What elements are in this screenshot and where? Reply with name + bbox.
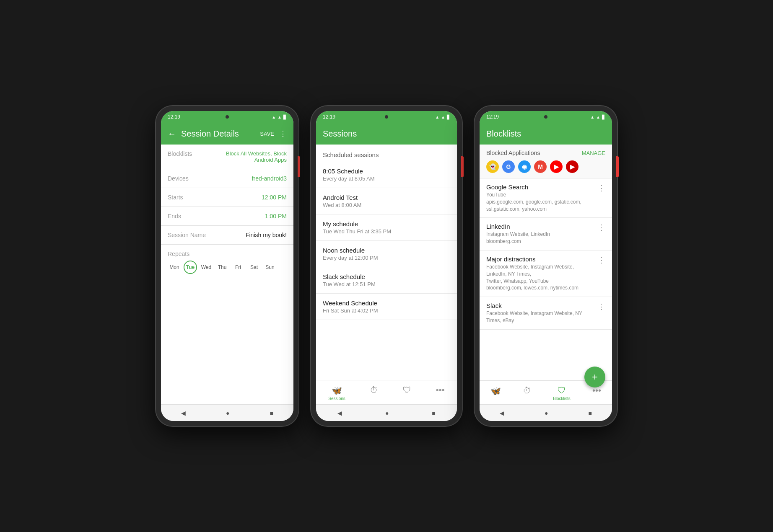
session-time-2: Wed at 8:00 AM: [323, 202, 450, 208]
back-button[interactable]: ←: [168, 129, 176, 139]
android-home[interactable]: ●: [226, 410, 229, 416]
devices-label: Devices: [168, 175, 214, 182]
blocklist-google[interactable]: Google Search YouTubeapis.google.com, go…: [480, 178, 612, 218]
session-time-3: Tue Wed Thu Fri at 3:35 PM: [323, 228, 450, 235]
android-recents[interactable]: ■: [270, 410, 273, 416]
android-back[interactable]: ◀: [181, 410, 186, 416]
android-back-2[interactable]: ◀: [337, 410, 342, 416]
starts-value[interactable]: 12:00 PM: [214, 194, 287, 201]
wifi-icon: ▲: [272, 115, 276, 119]
fab-add-button[interactable]: +: [584, 367, 605, 387]
ends-value[interactable]: 1:00 PM: [214, 213, 287, 220]
camera-dot-2: [385, 115, 388, 119]
phone-sessions: 12:19 ▲ ▲ ▊ Sessions Scheduled sessions …: [311, 106, 462, 426]
blocklists-value[interactable]: Block All Websites, Block Android Apps: [214, 150, 287, 163]
nav-more[interactable]: •••: [431, 384, 450, 403]
more-nav-icon: •••: [436, 385, 445, 395]
sessions-icon-3: 🦋: [490, 386, 501, 396]
battery-icon: ▊: [283, 115, 287, 119]
day-fri[interactable]: Fri: [231, 261, 245, 274]
devices-row: Devices fred-android3: [161, 169, 293, 188]
app-icon-youtube1: ▶: [550, 160, 563, 173]
nav-blocklists[interactable]: 🛡: [398, 384, 416, 403]
blocklist-major-more[interactable]: ⋮: [594, 256, 605, 265]
android-home-3[interactable]: ●: [545, 410, 548, 416]
session-item-3[interactable]: My schedule Tue Wed Thu Fri at 3:35 PM: [316, 214, 457, 241]
blocklist-linkedin[interactable]: LinkedIn Instagram Website, LinkedInbloo…: [480, 218, 612, 251]
statusbar-1: 12:19 ▲ ▲ ▊: [161, 111, 293, 123]
session-item-4[interactable]: Noon schedule Every day at 12:00 PM: [316, 241, 457, 267]
day-mon[interactable]: Mon: [168, 261, 181, 274]
signal-icon: ▲: [278, 115, 282, 119]
app-icon-snapchat: 👻: [486, 160, 499, 173]
android-recents-2[interactable]: ■: [432, 410, 435, 416]
battery-icon-3: ▊: [602, 115, 605, 119]
session-time-1: Every day at 8:05 AM: [323, 176, 450, 182]
nav-blocklists-3[interactable]: 🛡 Blocklists: [548, 384, 576, 403]
blocklist-slack-info: Slack Facebook Website, Instagram Websit…: [486, 302, 594, 324]
sessions-nav-label: Sessions: [328, 396, 345, 401]
ends-row: Ends 1:00 PM: [161, 207, 293, 226]
status-time-3: 12:19: [486, 114, 499, 120]
session-item-6[interactable]: Weekend Schedule Fri Sat Sun at 4:02 PM: [316, 294, 457, 320]
status-icons-2: ▲ ▲ ▊: [435, 115, 450, 119]
page-title-3: Blocklists: [486, 129, 605, 139]
nav-sessions-3[interactable]: 🦋: [485, 384, 506, 403]
app-header-1: ← Session Details SAVE ⋮: [161, 123, 293, 145]
day-sat[interactable]: Sat: [247, 261, 261, 274]
app-header-2: Sessions: [316, 123, 457, 145]
phone-blocklists: 12:19 ▲ ▲ ▊ Blocklists Blocked Applicati…: [475, 106, 617, 426]
nav-history-3[interactable]: ⏱: [518, 384, 536, 403]
blocklist-major-name: Major distractions: [486, 256, 594, 263]
android-recents-3[interactable]: ■: [589, 410, 592, 416]
signal-icon-3: ▲: [596, 115, 600, 119]
blocklists-screen: Blocked Applications MANAGE 👻 G ◉ M ▶ ▶: [480, 145, 612, 404]
blocklist-google-details: YouTubeapis.google.com, google.com, gsta…: [486, 191, 594, 212]
blocklists-nav-icon: 🛡: [403, 385, 411, 395]
ends-label: Ends: [168, 213, 214, 220]
day-tue[interactable]: Tue: [184, 261, 197, 274]
blocklist-slack[interactable]: Slack Facebook Website, Instagram Websit…: [480, 297, 612, 330]
session-item-1[interactable]: 8:05 Schedule Every day at 8:05 AM: [316, 162, 457, 188]
status-icons-3: ▲ ▲ ▊: [590, 115, 605, 119]
session-name-1: 8:05 Schedule: [323, 168, 450, 175]
session-details-screen: Blocklists Block All Websites, Block And…: [161, 145, 293, 404]
camera-dot: [226, 115, 229, 119]
blocklists-nav-icon-3: 🛡: [558, 386, 566, 395]
android-home-2[interactable]: ●: [385, 410, 389, 416]
save-button[interactable]: SAVE: [260, 131, 274, 137]
session-time-6: Fri Sat Sun at 4:02 PM: [323, 307, 450, 314]
blocklist-major[interactable]: Major distractions Facebook Website, Ins…: [480, 251, 612, 297]
android-nav-2: ◀ ● ■: [316, 404, 457, 421]
phone-session-details: 12:19 ▲ ▲ ▊ ← Session Details SAVE ⋮ Blo…: [156, 106, 298, 426]
camera-dot-3: [544, 115, 547, 119]
blocklist-linkedin-more[interactable]: ⋮: [594, 223, 605, 232]
session-name-5: Slack schedule: [323, 273, 450, 280]
session-name-6: Weekend Schedule: [323, 300, 450, 307]
nav-history[interactable]: ⏱: [365, 384, 383, 403]
app-icon-youtube2: ▶: [566, 160, 578, 173]
nav-sessions[interactable]: 🦋 Sessions: [323, 384, 350, 403]
blocklist-google-more[interactable]: ⋮: [594, 183, 605, 193]
blocklists-row: Blocklists Block All Websites, Block And…: [161, 145, 293, 169]
app-icon-chrome: ◉: [518, 160, 531, 173]
status-time-2: 12:19: [323, 114, 335, 120]
session-time-4: Every day at 12:00 PM: [323, 255, 450, 261]
day-wed[interactable]: Wed: [200, 261, 213, 274]
session-item-2[interactable]: Android Test Wed at 8:00 AM: [316, 188, 457, 214]
manage-button[interactable]: MANAGE: [582, 150, 605, 156]
day-thu[interactable]: Thu: [215, 261, 229, 274]
day-sun[interactable]: Sun: [263, 261, 277, 274]
android-back-3[interactable]: ◀: [500, 410, 504, 416]
session-item-5[interactable]: Slack schedule Tue Wed at 12:51 PM: [316, 267, 457, 294]
more-menu-button[interactable]: ⋮: [279, 129, 287, 138]
devices-value[interactable]: fred-android3: [214, 175, 287, 182]
blocklist-slack-more[interactable]: ⋮: [594, 302, 605, 311]
statusbar-3: 12:19 ▲ ▲ ▊: [480, 111, 612, 123]
history-icon-3: ⏱: [523, 386, 531, 395]
blocklist-linkedin-name: LinkedIn: [486, 223, 594, 230]
session-name-value[interactable]: Finish my book!: [214, 232, 287, 238]
history-icon: ⏱: [370, 385, 378, 395]
blocklist-slack-name: Slack: [486, 302, 594, 309]
session-name-row: Session Name Finish my book!: [161, 226, 293, 245]
